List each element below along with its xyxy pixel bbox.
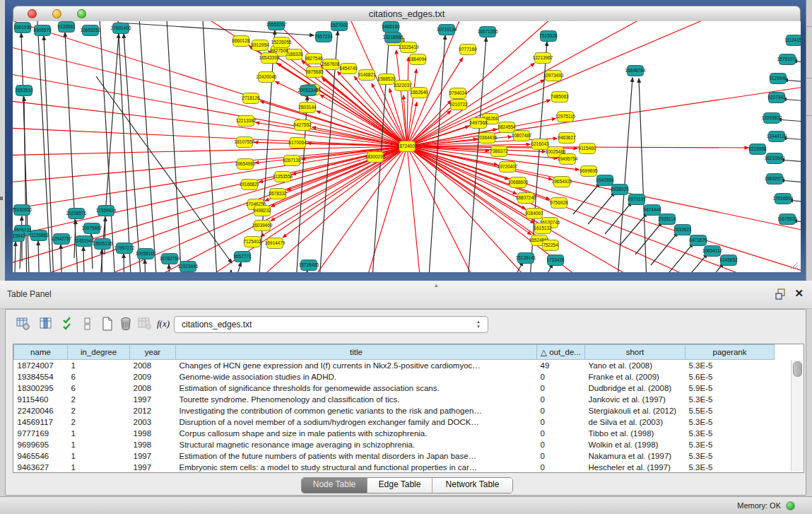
network-node[interactable]: 20364436 — [477, 133, 498, 144]
network-node[interactable]: 11156863 — [29, 230, 49, 241]
table-cell[interactable]: 6 — [68, 382, 130, 394]
table-cell[interactable]: 0 — [537, 462, 585, 473]
import-table-button[interactable] — [136, 315, 154, 333]
table-cell[interactable]: 2008 — [130, 382, 176, 394]
tab-node-table[interactable]: Node Table — [302, 478, 367, 493]
network-node[interactable]: 16914479 — [265, 238, 286, 249]
citation-edge[interactable] — [228, 270, 231, 272]
table-row[interactable]: 1872400712008Changes of HCN gene express… — [14, 360, 775, 372]
network-node[interactable]: 8454749 — [339, 64, 358, 74]
citation-edge[interactable] — [322, 78, 407, 146]
table-cell[interactable]: 14569117 — [14, 416, 68, 428]
network-node[interactable]: 9184067 — [525, 209, 543, 219]
table-cell[interactable]: 1997 — [130, 450, 176, 462]
network-node[interactable]: 13505135 — [93, 239, 113, 250]
network-node[interactable]: 19495754 — [558, 154, 578, 165]
network-node[interactable]: 9474444 — [643, 205, 661, 216]
table-cell[interactable]: 5.3E-5 — [686, 394, 775, 405]
network-node[interactable]: 16671355 — [478, 27, 498, 37]
network-node[interactable]: 2667608 — [322, 59, 340, 70]
network-node[interactable]: 15226055 — [271, 37, 292, 48]
table-cell[interactable]: 5.3E-5 — [686, 428, 775, 439]
network-node[interactable]: 15135141 — [516, 253, 536, 264]
network-node[interactable]: 9146821 — [358, 70, 376, 81]
table-cell[interactable]: Tibbo et al. (1998) — [585, 428, 686, 439]
citation-edge[interactable] — [96, 76, 232, 263]
network-node[interactable]: 10654112 — [702, 246, 723, 257]
network-node[interactable]: 15751074 — [777, 54, 798, 65]
column-header-name[interactable]: name — [14, 345, 68, 360]
column-header-year[interactable]: year — [130, 345, 176, 360]
table-row[interactable]: 977716911998Corpus callosum shape and si… — [14, 428, 775, 439]
network-node[interactable]: 12093822 — [762, 113, 782, 124]
table-cell[interactable]: 2008 — [130, 360, 176, 372]
table-cell[interactable]: Dudbridge et al. (2008) — [585, 382, 686, 394]
select-all-button[interactable] — [59, 315, 78, 333]
table-cell[interactable]: 5.3E-5 — [686, 416, 775, 428]
network-node[interactable]: 7125402 — [243, 237, 261, 247]
network-node[interactable]: 9463627 — [558, 133, 576, 144]
citation-edge[interactable] — [276, 81, 407, 146]
network-node[interactable]: 6497568 — [469, 118, 488, 129]
show-columns-button[interactable] — [37, 315, 55, 333]
row-height-button[interactable] — [78, 315, 97, 333]
network-node[interactable]: 9115460 — [579, 144, 596, 154]
citation-edge[interactable] — [257, 30, 275, 272]
table-cell[interactable]: 1 — [68, 428, 130, 439]
network-node[interactable]: 1640954 — [596, 175, 614, 186]
network-node[interactable]: 19720407 — [498, 162, 518, 173]
table-cell[interactable]: 5.3E-5 — [686, 462, 775, 473]
network-node[interactable]: 19654923 — [552, 177, 572, 187]
table-cell[interactable]: 2003 — [130, 416, 176, 428]
network-node[interactable]: 10653283 — [81, 25, 101, 36]
network-node[interactable]: 18107554 — [235, 137, 255, 148]
network-node[interactable]: 20053346 — [298, 86, 319, 96]
citation-edge[interactable] — [124, 34, 143, 272]
table-cell[interactable]: 5.3E-5 — [686, 360, 775, 372]
table-cell[interactable]: Wolkin et al. (1998) — [585, 439, 686, 450]
table-row[interactable]: 2242004622012Investigating the contribut… — [14, 405, 775, 416]
citation-edge[interactable] — [615, 78, 632, 272]
table-cell[interactable]: 0 — [537, 394, 585, 405]
network-node[interactable]: 19166827 — [240, 180, 260, 190]
memory-ok-indicator[interactable] — [786, 501, 795, 510]
table-cell[interactable]: 2012 — [130, 405, 176, 416]
network-node[interactable]: 8912954 — [251, 40, 269, 51]
network-node[interactable]: 16782759 — [160, 254, 180, 264]
citation-edge[interactable] — [169, 264, 170, 272]
network-node[interactable]: 10553267 — [266, 21, 287, 30]
network-node[interactable]: 8267130 — [283, 156, 301, 166]
table-cell[interactable]: Jankovic et al. (1997) — [585, 394, 686, 405]
table-cell[interactable]: Tourette syndrome. Phenomenology and cla… — [176, 394, 537, 405]
network-node[interactable]: 17016504 — [773, 194, 794, 204]
table-cell[interactable]: Changes of HCN gene expression and I(f) … — [176, 360, 537, 372]
table-cell[interactable]: 0 — [537, 405, 585, 416]
network-node[interactable]: 1733426 — [546, 255, 565, 266]
table-cell[interactable]: 1997 — [130, 462, 176, 473]
network-node[interactable]: 8938923 — [611, 185, 629, 195]
network-node[interactable]: 7857224 — [314, 32, 333, 42]
table-row[interactable]: 946554611997Estimation of the future num… — [14, 450, 775, 462]
network-node[interactable]: 8170064 — [288, 138, 307, 148]
network-node[interactable]: 752254 — [543, 240, 559, 251]
network-node[interactable]: 9227342 — [767, 93, 786, 103]
table-row[interactable]: 1938455462009Genome-wide association stu… — [14, 371, 775, 382]
table-cell[interactable]: 2 — [68, 405, 130, 416]
citation-edge[interactable] — [139, 21, 159, 272]
table-scrollbar[interactable] — [791, 360, 803, 472]
citation-edge[interactable] — [407, 21, 734, 146]
table-cell[interactable]: 19384554 — [14, 371, 68, 382]
network-node[interactable]: 2803144 — [298, 103, 317, 113]
citation-edge[interactable] — [396, 50, 407, 146]
close-panel-icon[interactable]: ✕ — [794, 287, 804, 300]
network-canvas[interactable]: 1872400718300295115245031332541918640949… — [13, 21, 801, 272]
function-builder-button[interactable]: f(x) — [155, 315, 174, 333]
table-cell[interactable]: 0 — [537, 439, 585, 450]
network-node[interactable]: 9756928 — [550, 198, 568, 209]
table-cell[interactable]: 5.9E-5 — [686, 382, 775, 394]
table-cell[interactable]: Stergiakouli et al. (2012) — [585, 405, 686, 416]
network-node[interactable]: 9466160 — [382, 22, 400, 33]
table-cell[interactable]: 22420046 — [14, 405, 68, 416]
citation-edge[interactable] — [493, 262, 523, 272]
network-node[interactable]: 9777169 — [459, 45, 477, 55]
